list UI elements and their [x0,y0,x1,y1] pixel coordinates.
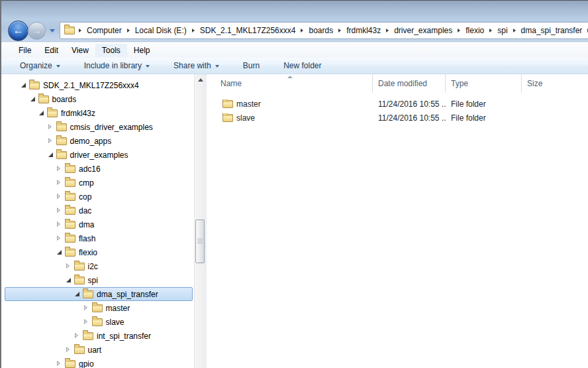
tree-item-frdmkl43z[interactable]: frdmkl43z [5,106,193,120]
toolbar-include-in-library-button[interactable]: Include in library [84,61,150,70]
tree-item-int-spi-transfer[interactable]: int_spi_transfer [5,329,193,343]
file-name-cell: slave [208,113,373,123]
folder-icon [222,100,233,108]
toolbar-organize-button[interactable]: Organize [20,61,60,70]
folder-icon [65,165,75,173]
toolbar-burn-button[interactable]: Burn [243,61,260,70]
expander-collapsed-icon[interactable] [47,123,54,131]
tree-item-dma[interactable]: dma [5,217,193,231]
menu-edit[interactable]: Edit [38,44,65,57]
expander-collapsed-icon[interactable] [56,360,63,367]
breadcrumb-item-sdk-2-1-mkl17z256xxx4[interactable]: SDK_2.1_MKL17Z256xxx4 [195,24,301,37]
menu-view[interactable]: View [65,44,95,57]
scroll-up-button[interactable] [195,74,206,86]
expander-collapsed-icon[interactable] [56,235,63,242]
tree-item-master[interactable]: master [5,301,193,315]
column-header-label: Name [220,79,242,88]
column-header-type[interactable]: Type [446,74,522,93]
toolbar-share-with-button[interactable]: Share with [173,61,219,70]
column-header-name[interactable]: Name [208,74,373,93]
breadcrumb-item-frdmkl43z[interactable]: frdmkl43z [342,24,385,37]
expander-collapsed-icon[interactable] [56,179,63,186]
breadcrumb-separator-icon[interactable] [513,29,516,32]
breadcrumb-separator-icon[interactable] [338,29,341,32]
tree-item-adc16[interactable]: adc16 [5,162,193,176]
folder-icon [56,123,67,131]
menu-file[interactable]: File [12,44,38,57]
scrollbar-thumb[interactable] [195,219,205,263]
tree-item-flash[interactable]: flash [5,231,193,245]
toolbar-button-label: Burn [243,61,260,70]
breadcrumb-item-computer[interactable]: Computer [82,24,126,37]
file-row-slave[interactable]: slave11/24/2016 10:55 ...File folder [208,111,588,125]
breadcrumb-separator-icon[interactable] [458,29,460,32]
expander-expanded-icon[interactable] [29,95,36,103]
column-header-date-modified[interactable]: Date modified [373,74,446,93]
tree-item-sdk-2-1-mkl17z256xxx4[interactable]: SDK_2.1_MKL17Z256xxx4 [5,78,193,92]
folder-icon [65,235,75,243]
breadcrumb-separator-icon[interactable] [301,29,303,32]
toolbar-new-folder-button[interactable]: New folder [283,61,321,70]
breadcrumb-separator-icon[interactable] [79,29,81,32]
tree-item-uart[interactable]: uart [5,343,193,357]
tree-item-boards[interactable]: boards [5,92,193,106]
recent-pages-chevron-icon[interactable] [50,29,55,32]
folder-icon [83,332,93,340]
tree-item-label: cmp [79,178,94,188]
tree-scrollbar[interactable] [194,74,206,368]
tree-item-demo-apps[interactable]: demo_apps [5,134,193,148]
tree-item-driver-examples[interactable]: driver_examples [5,148,193,162]
expander-collapsed-icon[interactable] [56,165,63,172]
tree-item-flexio[interactable]: flexio [5,245,193,259]
back-button[interactable]: ← [8,21,28,41]
expander-collapsed-icon[interactable] [83,318,90,326]
tree-item-label: dma_spi_transfer [97,290,158,299]
tree-item-dma-spi-transfer[interactable]: dma_spi_transfer [5,287,193,301]
expander-expanded-icon[interactable] [20,82,27,89]
tree-item-slave[interactable]: slave [5,315,193,329]
file-row-master[interactable]: master11/24/2016 10:55 ...File folder [208,97,588,111]
expander-collapsed-icon[interactable] [83,304,90,312]
breadcrumb-item-boards[interactable]: boards [304,24,338,37]
breadcrumb-separator-icon[interactable] [192,29,195,32]
toolbar: OrganizeInclude in libraryShare withBurn… [1,58,588,74]
menu-tools[interactable]: Tools [95,44,127,57]
tree-item-cmp[interactable]: cmp [5,176,193,190]
menu-help[interactable]: Help [127,44,157,57]
expander-expanded-icon[interactable] [56,249,63,256]
expander-collapsed-icon[interactable] [47,137,54,145]
expander-collapsed-icon[interactable] [56,193,63,200]
expander-collapsed-icon[interactable] [56,207,63,214]
breadcrumb-item-spi[interactable]: spi [493,24,512,37]
breadcrumb-separator-icon[interactable] [386,29,389,32]
breadcrumb-separator-icon[interactable] [127,29,130,32]
folder-icon [38,95,49,103]
expander-expanded-icon[interactable] [74,290,81,298]
expander-expanded-icon[interactable] [65,276,72,284]
breadcrumb-item-local-disk-e[interactable]: Local Disk (E:) [130,24,191,37]
address-bar[interactable]: ComputerLocal Disk (E:)SDK_2.1_MKL17Z256… [60,22,588,39]
title-bar[interactable] [1,1,588,19]
breadcrumb-item-dma-spi-transfer[interactable]: dma_spi_transfer [516,24,587,37]
tree-item-cmsis-driver-examples[interactable]: cmsis_driver_examples [5,120,193,134]
tree-item-dac[interactable]: dac [5,204,193,217]
breadcrumb-item-driver-examples[interactable]: driver_examples [389,24,457,37]
tree-item-gpio[interactable]: gpio [5,357,193,368]
tree-item-i2c[interactable]: i2c [5,259,193,273]
tree-indent [5,99,29,99]
column-header-size[interactable]: Size [522,74,588,93]
expander-collapsed-icon[interactable] [74,332,81,339]
expander-collapsed-icon[interactable] [65,346,72,353]
column-headers: NameDate modifiedTypeSize [208,74,588,93]
folder-icon [65,207,75,215]
expander-collapsed-icon[interactable] [65,263,72,270]
tree-indent [5,349,65,350]
tree-item-cop[interactable]: cop [5,190,193,204]
breadcrumb-item-flexio[interactable]: flexio [461,24,489,37]
breadcrumb-separator-icon[interactable] [489,29,492,32]
forward-button[interactable]: → [28,22,46,40]
expander-expanded-icon[interactable] [38,109,45,117]
expander-collapsed-icon[interactable] [56,221,63,228]
tree-item-spi[interactable]: spi [5,273,193,287]
expander-expanded-icon[interactable] [47,151,54,158]
